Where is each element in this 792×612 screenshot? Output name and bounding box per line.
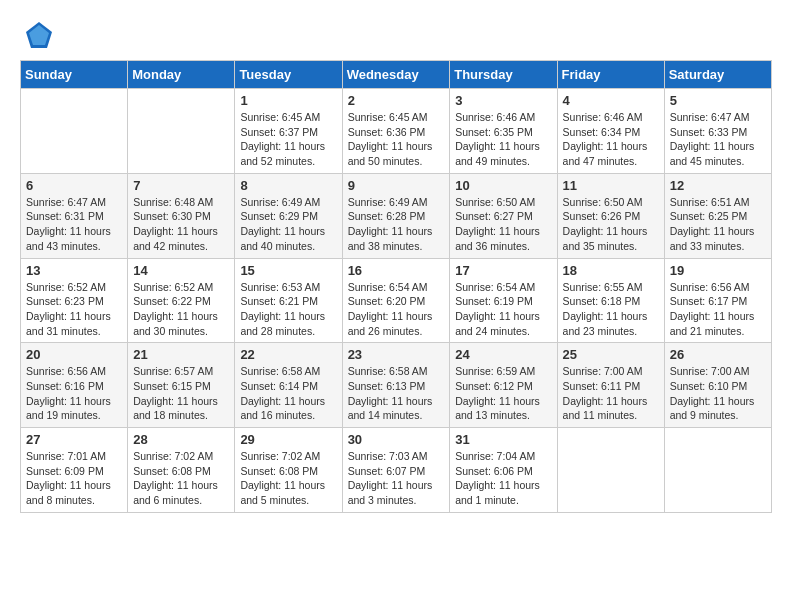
calendar-cell: 1Sunrise: 6:45 AM Sunset: 6:37 PM Daylig…: [235, 89, 342, 174]
day-number: 16: [348, 263, 445, 278]
calendar-cell: 7Sunrise: 6:48 AM Sunset: 6:30 PM Daylig…: [128, 173, 235, 258]
calendar-cell: 15Sunrise: 6:53 AM Sunset: 6:21 PM Dayli…: [235, 258, 342, 343]
calendar-cell: [557, 428, 664, 513]
day-number: 14: [133, 263, 229, 278]
day-info: Sunrise: 6:52 AM Sunset: 6:23 PM Dayligh…: [26, 280, 122, 339]
calendar-week-3: 13Sunrise: 6:52 AM Sunset: 6:23 PM Dayli…: [21, 258, 772, 343]
calendar-cell: 31Sunrise: 7:04 AM Sunset: 6:06 PM Dayli…: [450, 428, 557, 513]
calendar-cell: 25Sunrise: 7:00 AM Sunset: 6:11 PM Dayli…: [557, 343, 664, 428]
calendar-cell: 4Sunrise: 6:46 AM Sunset: 6:34 PM Daylig…: [557, 89, 664, 174]
calendar-week-1: 1Sunrise: 6:45 AM Sunset: 6:37 PM Daylig…: [21, 89, 772, 174]
day-info: Sunrise: 6:45 AM Sunset: 6:36 PM Dayligh…: [348, 110, 445, 169]
day-number: 27: [26, 432, 122, 447]
calendar-cell: 23Sunrise: 6:58 AM Sunset: 6:13 PM Dayli…: [342, 343, 450, 428]
logo: [20, 20, 54, 50]
day-number: 9: [348, 178, 445, 193]
day-info: Sunrise: 6:58 AM Sunset: 6:14 PM Dayligh…: [240, 364, 336, 423]
page-header: [20, 20, 772, 50]
day-info: Sunrise: 6:51 AM Sunset: 6:25 PM Dayligh…: [670, 195, 766, 254]
day-number: 13: [26, 263, 122, 278]
day-number: 2: [348, 93, 445, 108]
day-info: Sunrise: 7:00 AM Sunset: 6:11 PM Dayligh…: [563, 364, 659, 423]
calendar-cell: 29Sunrise: 7:02 AM Sunset: 6:08 PM Dayli…: [235, 428, 342, 513]
day-number: 20: [26, 347, 122, 362]
day-number: 21: [133, 347, 229, 362]
calendar-cell: 21Sunrise: 6:57 AM Sunset: 6:15 PM Dayli…: [128, 343, 235, 428]
weekday-header-thursday: Thursday: [450, 61, 557, 89]
calendar-cell: 24Sunrise: 6:59 AM Sunset: 6:12 PM Dayli…: [450, 343, 557, 428]
day-info: Sunrise: 7:02 AM Sunset: 6:08 PM Dayligh…: [133, 449, 229, 508]
logo-icon: [24, 20, 54, 50]
day-info: Sunrise: 6:54 AM Sunset: 6:20 PM Dayligh…: [348, 280, 445, 339]
day-number: 19: [670, 263, 766, 278]
calendar-cell: 2Sunrise: 6:45 AM Sunset: 6:36 PM Daylig…: [342, 89, 450, 174]
calendar-cell: 8Sunrise: 6:49 AM Sunset: 6:29 PM Daylig…: [235, 173, 342, 258]
calendar-cell: 6Sunrise: 6:47 AM Sunset: 6:31 PM Daylig…: [21, 173, 128, 258]
day-info: Sunrise: 6:56 AM Sunset: 6:16 PM Dayligh…: [26, 364, 122, 423]
day-info: Sunrise: 6:56 AM Sunset: 6:17 PM Dayligh…: [670, 280, 766, 339]
day-info: Sunrise: 6:59 AM Sunset: 6:12 PM Dayligh…: [455, 364, 551, 423]
calendar-cell: 5Sunrise: 6:47 AM Sunset: 6:33 PM Daylig…: [664, 89, 771, 174]
day-number: 7: [133, 178, 229, 193]
day-info: Sunrise: 7:01 AM Sunset: 6:09 PM Dayligh…: [26, 449, 122, 508]
calendar-cell: [664, 428, 771, 513]
day-info: Sunrise: 6:46 AM Sunset: 6:34 PM Dayligh…: [563, 110, 659, 169]
day-info: Sunrise: 6:50 AM Sunset: 6:27 PM Dayligh…: [455, 195, 551, 254]
calendar-cell: 20Sunrise: 6:56 AM Sunset: 6:16 PM Dayli…: [21, 343, 128, 428]
calendar-cell: 18Sunrise: 6:55 AM Sunset: 6:18 PM Dayli…: [557, 258, 664, 343]
day-info: Sunrise: 6:50 AM Sunset: 6:26 PM Dayligh…: [563, 195, 659, 254]
day-number: 22: [240, 347, 336, 362]
day-info: Sunrise: 7:00 AM Sunset: 6:10 PM Dayligh…: [670, 364, 766, 423]
day-info: Sunrise: 6:47 AM Sunset: 6:31 PM Dayligh…: [26, 195, 122, 254]
weekday-header-saturday: Saturday: [664, 61, 771, 89]
calendar-table: SundayMondayTuesdayWednesdayThursdayFrid…: [20, 60, 772, 513]
day-number: 30: [348, 432, 445, 447]
weekday-header-monday: Monday: [128, 61, 235, 89]
day-info: Sunrise: 6:55 AM Sunset: 6:18 PM Dayligh…: [563, 280, 659, 339]
day-number: 18: [563, 263, 659, 278]
day-number: 25: [563, 347, 659, 362]
day-info: Sunrise: 6:53 AM Sunset: 6:21 PM Dayligh…: [240, 280, 336, 339]
day-info: Sunrise: 6:57 AM Sunset: 6:15 PM Dayligh…: [133, 364, 229, 423]
day-info: Sunrise: 7:04 AM Sunset: 6:06 PM Dayligh…: [455, 449, 551, 508]
calendar-week-4: 20Sunrise: 6:56 AM Sunset: 6:16 PM Dayli…: [21, 343, 772, 428]
calendar-cell: 13Sunrise: 6:52 AM Sunset: 6:23 PM Dayli…: [21, 258, 128, 343]
day-info: Sunrise: 6:49 AM Sunset: 6:28 PM Dayligh…: [348, 195, 445, 254]
day-info: Sunrise: 6:48 AM Sunset: 6:30 PM Dayligh…: [133, 195, 229, 254]
day-info: Sunrise: 6:54 AM Sunset: 6:19 PM Dayligh…: [455, 280, 551, 339]
day-number: 3: [455, 93, 551, 108]
weekday-header-wednesday: Wednesday: [342, 61, 450, 89]
day-number: 31: [455, 432, 551, 447]
calendar-cell: [128, 89, 235, 174]
day-number: 15: [240, 263, 336, 278]
calendar-cell: 17Sunrise: 6:54 AM Sunset: 6:19 PM Dayli…: [450, 258, 557, 343]
calendar-cell: 11Sunrise: 6:50 AM Sunset: 6:26 PM Dayli…: [557, 173, 664, 258]
day-info: Sunrise: 6:46 AM Sunset: 6:35 PM Dayligh…: [455, 110, 551, 169]
calendar-cell: 14Sunrise: 6:52 AM Sunset: 6:22 PM Dayli…: [128, 258, 235, 343]
day-info: Sunrise: 6:47 AM Sunset: 6:33 PM Dayligh…: [670, 110, 766, 169]
day-number: 8: [240, 178, 336, 193]
day-number: 28: [133, 432, 229, 447]
calendar-cell: 27Sunrise: 7:01 AM Sunset: 6:09 PM Dayli…: [21, 428, 128, 513]
calendar-cell: 16Sunrise: 6:54 AM Sunset: 6:20 PM Dayli…: [342, 258, 450, 343]
day-number: 11: [563, 178, 659, 193]
day-number: 6: [26, 178, 122, 193]
day-info: Sunrise: 6:58 AM Sunset: 6:13 PM Dayligh…: [348, 364, 445, 423]
day-info: Sunrise: 6:45 AM Sunset: 6:37 PM Dayligh…: [240, 110, 336, 169]
day-info: Sunrise: 7:02 AM Sunset: 6:08 PM Dayligh…: [240, 449, 336, 508]
day-number: 23: [348, 347, 445, 362]
day-number: 29: [240, 432, 336, 447]
day-number: 5: [670, 93, 766, 108]
calendar-cell: 22Sunrise: 6:58 AM Sunset: 6:14 PM Dayli…: [235, 343, 342, 428]
day-number: 4: [563, 93, 659, 108]
day-number: 1: [240, 93, 336, 108]
day-number: 10: [455, 178, 551, 193]
day-number: 24: [455, 347, 551, 362]
weekday-header-sunday: Sunday: [21, 61, 128, 89]
calendar-week-5: 27Sunrise: 7:01 AM Sunset: 6:09 PM Dayli…: [21, 428, 772, 513]
weekday-header-tuesday: Tuesday: [235, 61, 342, 89]
calendar-cell: 28Sunrise: 7:02 AM Sunset: 6:08 PM Dayli…: [128, 428, 235, 513]
day-number: 17: [455, 263, 551, 278]
calendar-cell: 30Sunrise: 7:03 AM Sunset: 6:07 PM Dayli…: [342, 428, 450, 513]
calendar-cell: 26Sunrise: 7:00 AM Sunset: 6:10 PM Dayli…: [664, 343, 771, 428]
